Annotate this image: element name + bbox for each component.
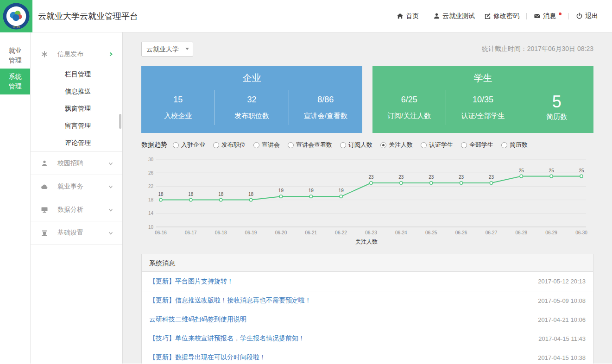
radio-enterprises[interactable]: 入驻企业 <box>173 141 205 149</box>
school-select-wrap: 云就业大学 <box>141 42 193 56</box>
chevron-down-icon <box>107 207 114 213</box>
radio-label: 发布职位 <box>221 141 246 149</box>
svg-text:23: 23 <box>489 175 494 180</box>
stat-verified-all-students: 10/35 认证/全部学生 <box>446 90 519 125</box>
nav-change-password[interactable]: 修改密码 <box>484 12 519 20</box>
sidebar-item-info-push[interactable]: 信息推送 <box>31 83 122 100</box>
stat-value: 15 <box>141 95 215 105</box>
unread-badge-dot <box>559 13 562 15</box>
message-link[interactable]: 【更新】信息推送改版啦！接收消息再也不需要预定啦！ <box>149 296 311 305</box>
nav-messages[interactable]: 消息 <box>534 12 562 20</box>
top-header: 2015 云就业大学云就业管理平台 首页 云就业测试 <box>0 0 612 32</box>
top-nav: 首页 云就业测试 修改密码 消息 <box>397 12 598 20</box>
stat-value: 32 <box>215 95 288 105</box>
enterprise-card-stats: 15 入校企业 32 发布职位数 8/86 宣讲会/查看数 <box>141 90 362 125</box>
sidebar-tab-label: 系统管理 <box>8 72 22 91</box>
svg-text:18: 18 <box>148 197 154 202</box>
nav-account[interactable]: 云就业测试 <box>433 12 475 20</box>
radio-positions[interactable]: 发布职位 <box>213 141 246 149</box>
svg-text:25: 25 <box>549 168 555 173</box>
svg-text:2015: 2015 <box>13 25 20 29</box>
sidebar-tab-employment-mgmt[interactable]: 就业管理 <box>0 43 30 69</box>
svg-text:25: 25 <box>519 168 524 173</box>
message-link[interactable]: 【技巧】单位来校宣讲预报名，学生报名情况提前知！ <box>149 334 305 343</box>
radio-circle-icon <box>461 142 467 148</box>
sidebar-item-message-management[interactable]: 留言管理 <box>31 117 122 134</box>
sidebar: 就业管理 系统管理 信息发布 <box>0 32 123 364</box>
university-logo-icon: 2015 <box>3 3 30 30</box>
radio-label: 入驻企业 <box>181 141 205 149</box>
radio-subscribers[interactable]: 订阅人数 <box>340 141 372 149</box>
svg-text:19: 19 <box>339 188 344 193</box>
svg-text:23: 23 <box>398 175 404 180</box>
svg-text:06-25: 06-25 <box>425 230 437 235</box>
svg-text:23: 23 <box>459 175 464 180</box>
sidebar-tab-system-mgmt[interactable]: 系统管理 <box>0 69 30 94</box>
svg-text:26: 26 <box>148 170 154 176</box>
sidebar-group-info-publish-head[interactable]: 信息发布 <box>31 43 122 66</box>
svg-text:06-27: 06-27 <box>486 230 498 235</box>
mail-icon <box>534 13 541 19</box>
radio-verified-students[interactable]: 认证学生 <box>421 141 453 149</box>
message-link[interactable]: 【更新】数据导出现在可以分时间段啦！ <box>149 353 266 362</box>
message-row: 【技巧】单位来校宣讲预报名，学生报名情况提前知！ 2017-04-15 11:4… <box>142 329 593 348</box>
nav-logout[interactable]: 退出 <box>576 12 598 20</box>
radio-session-views[interactable]: 宣讲会查看数 <box>288 141 332 149</box>
svg-text:06-20: 06-20 <box>275 230 287 235</box>
stat-info-sessions-views: 8/86 宣讲会/查看数 <box>289 90 362 125</box>
sidebar-menu: 信息发布 栏目管理 信息推送 飘窗管理 留言管理 评论管理 <box>31 32 122 364</box>
nav-home[interactable]: 首页 <box>397 12 419 20</box>
message-date: 2017-04-21 10:06 <box>538 316 586 323</box>
radio-info-sessions[interactable]: 宣讲会 <box>253 141 280 149</box>
app-title: 云就业大学云就业管理平台 <box>38 11 138 22</box>
svg-text:23: 23 <box>429 175 434 180</box>
student-card-title: 学生 <box>372 66 593 84</box>
sidebar-group-employment-affairs-head[interactable]: 就业事务 <box>31 175 122 198</box>
sidebar-group-basic-settings-head[interactable]: 基础设置 <box>31 221 122 244</box>
message-date: 2017-04-15 11:43 <box>538 335 586 342</box>
enterprise-card-title: 企业 <box>141 66 362 84</box>
sidebar-group-data-analysis-head[interactable]: 数据分析 <box>31 198 122 221</box>
svg-text:18: 18 <box>248 192 254 197</box>
svg-text:19: 19 <box>309 188 314 193</box>
chevron-down-icon <box>107 230 114 236</box>
svg-text:25: 25 <box>579 168 584 173</box>
radio-circle-icon <box>213 142 219 148</box>
svg-text:06-21: 06-21 <box>305 230 317 235</box>
stat-value: 6/25 <box>372 95 446 105</box>
school-select[interactable]: 云就业大学 <box>141 42 193 56</box>
home-icon <box>397 13 404 19</box>
page: 2015 云就业大学云就业管理平台 首页 云就业测试 <box>0 0 612 364</box>
radio-resumes[interactable]: 简历数 <box>501 141 528 149</box>
nav-separator <box>568 13 569 19</box>
trend-line-chart: 1014182226301806-161806-171806-181806-19… <box>141 153 593 247</box>
sidebar-item-column-management[interactable]: 栏目管理 <box>31 66 122 83</box>
sidebar-submenu: 栏目管理 信息推送 飘窗管理 留言管理 评论管理 <box>31 66 122 151</box>
nav-change-password-label: 修改密码 <box>493 12 519 20</box>
sidebar-item-comment-management[interactable]: 评论管理 <box>31 134 122 151</box>
stat-label: 发布职位数 <box>215 112 288 120</box>
message-link[interactable]: 云研科技二维码扫码签到使用说明 <box>149 315 246 324</box>
nav-messages-label: 消息 <box>543 12 556 20</box>
message-link[interactable]: 【更新】平台图片支持旋转！ <box>149 277 233 286</box>
svg-text:06-30: 06-30 <box>575 230 587 235</box>
sidebar-item-popup-management[interactable]: 飘窗管理 <box>31 100 122 117</box>
radio-label: 宣讲会查看数 <box>296 141 332 149</box>
nav-logout-label: 退出 <box>585 12 598 20</box>
sidebar-group-label: 基础设置 <box>57 229 83 237</box>
trend-label: 数据趋势 <box>141 141 167 149</box>
sidebar-scrollbar-thumb[interactable] <box>119 114 121 129</box>
svg-text:18: 18 <box>218 192 224 197</box>
radio-label: 关注人数 <box>389 141 413 149</box>
radio-label: 简历数 <box>510 141 528 149</box>
message-row: 云研科技二维码扫码签到使用说明 2017-04-21 10:06 <box>142 310 593 329</box>
radio-all-students[interactable]: 全部学生 <box>461 141 493 149</box>
system-messages-panel: 系统消息 【更新】平台图片支持旋转！ 2017-05-12 20:13 【更新】… <box>141 254 593 364</box>
student-card: 学生 6/25 订阅/关注人数 10/35 认证/全部学生 5 简历数 <box>372 66 593 133</box>
svg-text:18: 18 <box>158 192 164 197</box>
radio-label: 全部学生 <box>469 141 493 149</box>
sidebar-group-campus-recruit-head[interactable]: 校园招聘 <box>31 151 122 175</box>
stat-value: 5 <box>520 94 593 110</box>
sidebar-tab-label: 就业管理 <box>8 46 22 65</box>
radio-followers[interactable]: 关注人数 <box>380 141 413 149</box>
